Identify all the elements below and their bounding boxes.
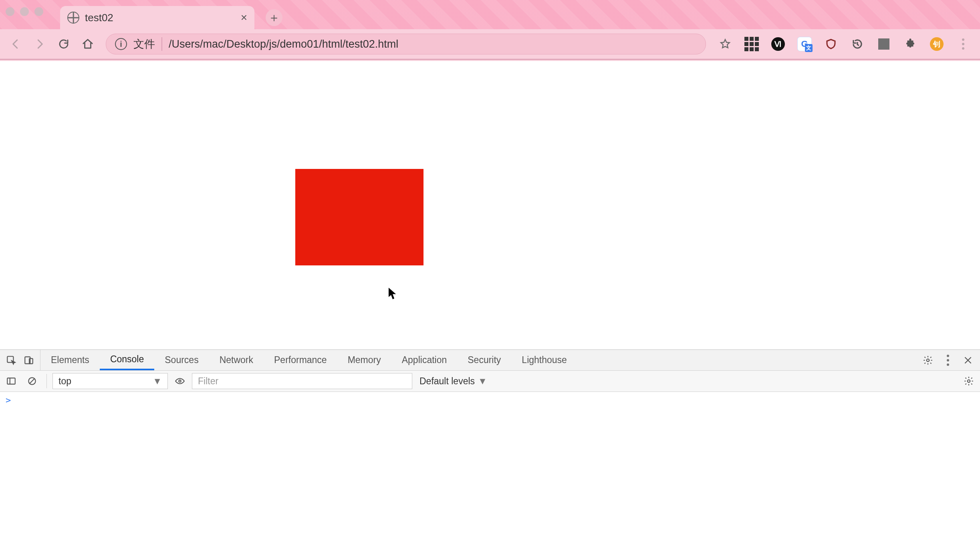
extensions-puzzle-icon[interactable]: [901, 35, 919, 53]
tab-label: Elements: [51, 355, 89, 365]
tab-label: Lighthouse: [522, 355, 567, 365]
devtools-tabbar: Elements Console Sources Network Perform…: [0, 350, 980, 371]
tab-label: Security: [468, 355, 501, 365]
home-button[interactable]: [77, 33, 99, 55]
svg-point-6: [179, 380, 181, 382]
tab-sources[interactable]: Sources: [154, 350, 209, 370]
stop-square-icon[interactable]: [875, 35, 893, 53]
log-level-select[interactable]: Default levels ▼: [415, 376, 491, 387]
svg-point-3: [927, 359, 930, 361]
context-value: top: [58, 376, 71, 387]
translate-extension-icon[interactable]: G: [796, 35, 813, 53]
browser-chrome: test02 × ＋ i 文件 /Users/mac/Desktop/js/de…: [0, 0, 980, 59]
address-bar[interactable]: i 文件 /Users/mac/Desktop/js/demo01/html/t…: [106, 34, 706, 54]
bookmark-star-icon[interactable]: [716, 35, 734, 53]
new-tab-button[interactable]: ＋: [266, 9, 282, 26]
log-level-label: Default levels: [419, 376, 475, 387]
traffic-zoom-icon[interactable]: [34, 7, 43, 16]
close-tab-icon[interactable]: ×: [241, 12, 247, 23]
shield-extension-icon[interactable]: [822, 35, 840, 53]
qr-extension-icon[interactable]: [743, 35, 760, 53]
tab-elements[interactable]: Elements: [40, 350, 100, 370]
page-viewport: [0, 61, 980, 349]
filter-placeholder: Filter: [198, 376, 218, 387]
toolbar: i 文件 /Users/mac/Desktop/js/demo01/html/t…: [0, 29, 980, 59]
site-info-icon[interactable]: i: [115, 38, 127, 50]
devtools-close-icon[interactable]: [959, 351, 977, 369]
console-filter-input[interactable]: Filter: [192, 373, 412, 389]
globe-icon: [67, 12, 79, 24]
tab-memory[interactable]: Memory: [337, 350, 391, 370]
svg-point-7: [968, 380, 970, 383]
tab-performance[interactable]: Performance: [264, 350, 337, 370]
avatar-initial: 钊: [930, 37, 944, 51]
tab-strip: test02 × ＋: [0, 0, 980, 29]
traffic-minimize-icon[interactable]: [20, 7, 29, 16]
clear-console-icon[interactable]: [23, 372, 41, 390]
browser-tab[interactable]: test02 ×: [60, 6, 254, 29]
console-toolbar: top ▼ Filter Default levels ▼: [0, 371, 980, 392]
console-settings-icon[interactable]: [960, 372, 978, 390]
url-scheme-label: 文件: [133, 37, 155, 51]
traffic-close-icon[interactable]: [6, 7, 14, 16]
red-box[interactable]: [295, 169, 423, 265]
back-button[interactable]: [5, 33, 26, 55]
reload-button[interactable]: [53, 33, 75, 55]
devtools-kebab-icon[interactable]: [939, 351, 957, 369]
tab-network[interactable]: Network: [209, 350, 264, 370]
console-sidebar-toggle-icon[interactable]: [2, 372, 20, 390]
history-extension-icon[interactable]: [849, 35, 866, 53]
tab-label: Sources: [165, 355, 198, 365]
devtools-panel: Elements Console Sources Network Perform…: [0, 349, 980, 538]
console-output[interactable]: >: [0, 392, 980, 538]
tab-security[interactable]: Security: [457, 350, 511, 370]
console-prompt-icon: >: [6, 395, 11, 405]
tab-label: Memory: [348, 355, 381, 365]
forward-button[interactable]: [29, 33, 50, 55]
tab-title: test02: [85, 12, 241, 24]
vd-extension-icon[interactable]: Ⅵ: [769, 35, 787, 53]
profile-avatar[interactable]: 钊: [928, 35, 946, 53]
mouse-cursor-icon: [388, 287, 398, 301]
svg-rect-4: [7, 378, 15, 384]
chrome-menu-button[interactable]: [954, 35, 972, 53]
devtools-left-controls: [0, 350, 40, 370]
tab-lighthouse[interactable]: Lighthouse: [511, 350, 577, 370]
tab-label: Performance: [274, 355, 327, 365]
tab-application[interactable]: Application: [391, 350, 458, 370]
tab-label: Network: [220, 355, 253, 365]
device-toolbar-icon[interactable]: [20, 351, 38, 369]
tab-label: Console: [110, 354, 144, 365]
tab-label: Application: [402, 355, 447, 365]
chevron-down-icon: ▼: [478, 376, 487, 387]
inspect-element-icon[interactable]: [2, 351, 20, 369]
devtools-settings-icon[interactable]: [919, 351, 937, 369]
chevron-down-icon: ▼: [153, 376, 162, 387]
tab-console[interactable]: Console: [100, 350, 154, 370]
url-text: /Users/mac/Desktop/js/demo01/html/test02…: [169, 38, 697, 50]
window-controls: [6, 7, 43, 16]
execution-context-select[interactable]: top ▼: [52, 373, 168, 389]
addressbar-separator: [161, 37, 162, 51]
live-expression-icon[interactable]: [171, 372, 189, 390]
